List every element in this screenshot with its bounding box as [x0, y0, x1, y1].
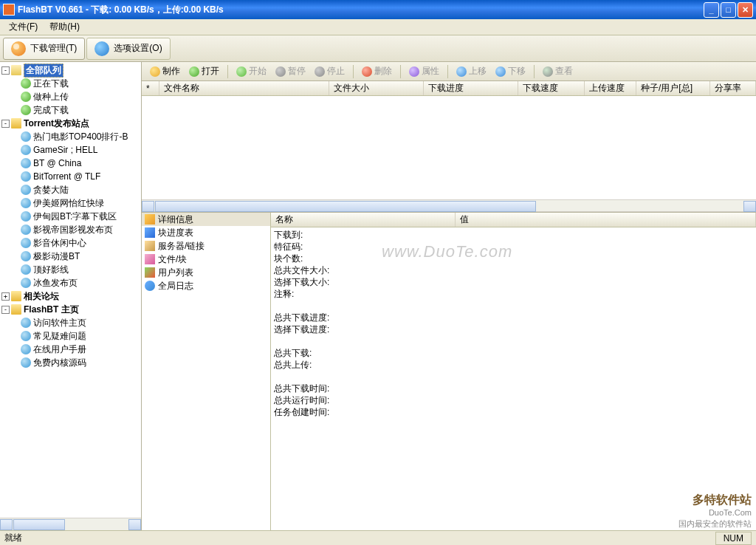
- status-ready: 就绪: [4, 532, 22, 544]
- task-list[interactable]: [142, 96, 756, 199]
- minimize-button[interactable]: _: [704, 2, 719, 18]
- globe-icon: [11, 41, 26, 56]
- props-button[interactable]: 属性: [405, 64, 443, 79]
- collapse-icon[interactable]: -: [1, 66, 10, 75]
- col-filename[interactable]: 文件名称: [159, 81, 329, 95]
- tree-item[interactable]: 影音休闲中心: [0, 236, 141, 250]
- folder-icon: [11, 118, 21, 128]
- upload-icon: [21, 92, 31, 102]
- stop-button[interactable]: 停止: [311, 64, 348, 79]
- detail-row: 注释:: [274, 288, 753, 300]
- make-button[interactable]: 制作: [146, 64, 184, 79]
- arrow-up-icon: [456, 66, 467, 77]
- col-filesize[interactable]: 文件大小: [329, 81, 424, 95]
- log-icon: [145, 281, 155, 291]
- detail-tab-info[interactable]: 详细信息: [142, 213, 270, 226]
- globe-icon: [21, 357, 31, 368]
- detail-col-value[interactable]: 值: [456, 213, 756, 227]
- globe-icon: [21, 185, 31, 195]
- maximize-button[interactable]: □: [721, 2, 736, 18]
- col-dl-speed[interactable]: 下载速度: [518, 81, 585, 95]
- open-icon: [189, 66, 199, 77]
- open-button[interactable]: 打开: [185, 64, 223, 79]
- col-ul-speed[interactable]: 上传速度: [585, 81, 636, 95]
- tree-item[interactable]: GameSir ; HELL: [0, 143, 141, 157]
- arrow-down-icon: [495, 66, 506, 77]
- tree-item[interactable]: 免费内核源码: [0, 356, 141, 369]
- tree-item[interactable]: 顶好影线: [0, 263, 141, 276]
- start-button[interactable]: 开始: [233, 64, 270, 79]
- col-progress[interactable]: 下载进度: [424, 81, 518, 95]
- server-icon: [145, 241, 155, 251]
- tree-item[interactable]: BitTorrent @ TLF: [0, 170, 141, 183]
- detail-tab-users[interactable]: 用户列表: [142, 266, 270, 279]
- globe-icon: [21, 331, 31, 341]
- title-bar: FlashBT V0.661 - 下载: 0.00 KB/s，上传:0.00 K…: [0, 0, 756, 19]
- detail-tab-files[interactable]: 文件/块: [142, 253, 270, 266]
- folder-icon: [11, 304, 21, 315]
- menu-bar: 文件(F) 帮助(H): [0, 19, 756, 35]
- tree-item[interactable]: 常见疑难问题: [0, 329, 141, 343]
- files-icon: [145, 254, 155, 264]
- detail-tab-pieces[interactable]: 块进度表: [142, 226, 270, 239]
- globe-icon: [21, 251, 31, 261]
- globe-icon: [21, 318, 31, 328]
- tree[interactable]: - 全部队列 正在下载 做种上传 完成下载 - Torrent发布站点 热门电影…: [0, 62, 141, 518]
- delete-button[interactable]: 删除: [358, 64, 396, 79]
- globe-icon: [21, 264, 31, 275]
- content-pane: 制作 打开 开始 暂停 停止 删除 属性 上移 下移 查看 * 文件名称 文件大…: [142, 62, 756, 530]
- detail-row: 选择下载大小:: [274, 276, 753, 288]
- tree-label: 全部队列: [24, 64, 63, 78]
- detail-panel: 名称 值 www.DuoTe.com 下载到: 特征码: 块个数: 总共文件大小…: [271, 213, 756, 530]
- gear-icon: [94, 41, 109, 56]
- tab-download-manager[interactable]: 下载管理(T): [3, 38, 85, 60]
- detail-row: 选择下载进度:: [274, 323, 753, 335]
- action-toolbar: 制作 打开 开始 暂停 停止 删除 属性 上移 下移 查看: [142, 62, 756, 81]
- menu-file[interactable]: 文件(F): [3, 19, 44, 35]
- tree-node-all-queue[interactable]: - 全部队列: [0, 64, 141, 77]
- detail-row: 总共下载时间:: [274, 383, 753, 394]
- globe-icon: [21, 211, 31, 222]
- tree-item[interactable]: 伊甸园BT:字幕下载区: [0, 210, 141, 223]
- separator: [353, 65, 354, 78]
- move-up-button[interactable]: 上移: [453, 64, 490, 79]
- status-bar: 就绪 NUM: [0, 530, 756, 545]
- tree-item[interactable]: BT @ China: [0, 157, 141, 170]
- tree-node-flashbt-home[interactable]: - FlashBT 主页: [0, 303, 141, 316]
- expand-icon[interactable]: +: [1, 292, 10, 301]
- tree-horizontal-scrollbar[interactable]: [0, 518, 141, 530]
- tree-item[interactable]: 影视帝国影视发布页: [0, 223, 141, 236]
- move-down-button[interactable]: 下移: [492, 64, 529, 79]
- tree-item[interactable]: 在线用户手册: [0, 343, 141, 356]
- col-star[interactable]: *: [142, 81, 159, 95]
- menu-help[interactable]: 帮助(H): [44, 19, 86, 35]
- tree-item[interactable]: 访问软件主页: [0, 316, 141, 329]
- tree-item[interactable]: 热门电影TOP400排行-B: [0, 130, 141, 143]
- detail-tab-servers[interactable]: 服务器/链接: [142, 239, 270, 253]
- tree-node-seeding[interactable]: 做种上传: [0, 90, 141, 103]
- tree-item[interactable]: 极影动漫BT: [0, 250, 141, 263]
- view-button[interactable]: 查看: [539, 64, 577, 79]
- pause-icon: [275, 66, 286, 77]
- tree-node-downloading[interactable]: 正在下载: [0, 77, 141, 90]
- tree-node-forums[interactable]: + 相关论坛: [0, 289, 141, 303]
- collapse-icon[interactable]: -: [1, 120, 10, 128]
- list-horizontal-scrollbar[interactable]: [142, 199, 756, 212]
- tree-item[interactable]: 贪婪大陆: [0, 183, 141, 196]
- tab-options-label: 选项设置(O): [114, 42, 162, 55]
- close-button[interactable]: ✕: [738, 2, 753, 18]
- detail-tab-log[interactable]: 全局日志: [142, 279, 270, 292]
- tree-item[interactable]: 伊美姬网怡红快绿: [0, 196, 141, 210]
- col-ratio[interactable]: 分享率: [710, 81, 756, 95]
- collapse-icon[interactable]: -: [1, 306, 10, 314]
- tree-node-torrent-sites[interactable]: - Torrent发布站点: [0, 117, 141, 130]
- detail-col-name[interactable]: 名称: [271, 213, 456, 227]
- detail-row: 任务创建时间:: [274, 406, 753, 418]
- col-seed-peer[interactable]: 种子/用户[总]: [636, 81, 710, 95]
- tree-item[interactable]: 冰鱼发布页: [0, 276, 141, 289]
- tree-node-completed[interactable]: 完成下载: [0, 103, 141, 117]
- tab-options[interactable]: 选项设置(O): [86, 38, 170, 60]
- pause-button[interactable]: 暂停: [272, 64, 309, 79]
- pieces-icon: [145, 227, 155, 238]
- status-numlock: NUM: [715, 532, 752, 545]
